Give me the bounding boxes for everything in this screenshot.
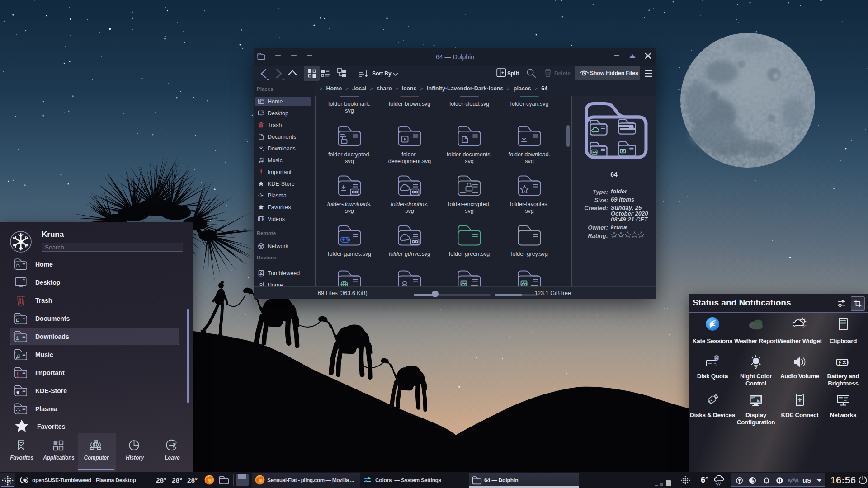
svg-text:2°: 2° [802, 324, 807, 329]
